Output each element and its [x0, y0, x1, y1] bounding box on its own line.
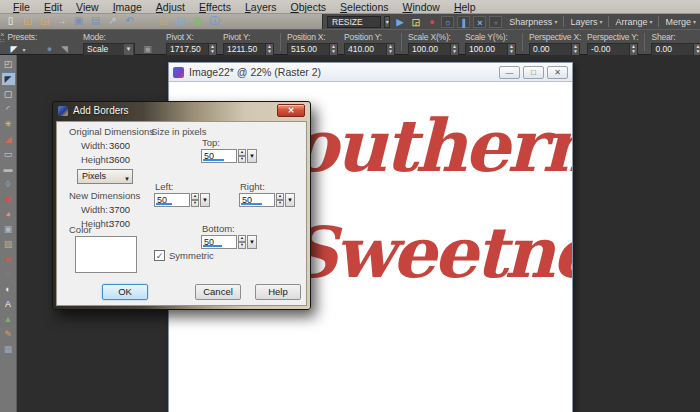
browse-folder-icon[interactable]: ◲	[38, 15, 51, 27]
top-spin-down-icon[interactable]: ▼	[238, 156, 246, 163]
top-spin-up-icon[interactable]: ▲	[238, 149, 246, 156]
photo-enhance-icon[interactable]: ▩	[191, 15, 204, 27]
units-caret-icon[interactable]: ▼	[124, 173, 130, 186]
right-slider-dropdown-icon[interactable]: ▼	[285, 193, 295, 207]
mesh-warp-tool[interactable]: ▦	[1, 342, 16, 356]
info-icon[interactable]: ⓘ	[208, 15, 221, 27]
left-slider-dropdown-icon[interactable]: ▼	[200, 193, 210, 207]
freehand-selection-tool[interactable]: ◜	[1, 102, 16, 116]
left-spin-up-icon[interactable]: ▲	[191, 193, 199, 200]
open-folder-icon[interactable]: ◱	[21, 15, 34, 27]
option-field-perspective-y-: Perspective Y:-0.00▲▼	[584, 30, 641, 54]
dialog-close-button[interactable]: ✕	[277, 104, 305, 117]
cancel-button[interactable]: Cancel	[195, 284, 241, 300]
menu-item-selections[interactable]: Selections	[333, 1, 395, 13]
top-slider-dropdown-icon[interactable]: ▼	[247, 149, 257, 163]
cancel-record-button[interactable]: ×	[473, 16, 486, 28]
selection-tool[interactable]: ▢	[1, 87, 16, 101]
left-spin-down-icon[interactable]: ▼	[191, 200, 199, 207]
top-label: Top:	[202, 137, 220, 148]
makeover-tool[interactable]: ◕	[1, 207, 16, 221]
pen-tool[interactable]: ✎	[1, 327, 16, 341]
bottom-spin-down-icon[interactable]: ▼	[238, 242, 246, 249]
menu-item-window[interactable]: Window	[396, 1, 447, 13]
clone-brush-tool[interactable]: ▣	[1, 222, 16, 236]
bottom-slider-dropdown-icon[interactable]: ▼	[247, 235, 257, 249]
right-spin-up-icon[interactable]: ▲	[276, 193, 284, 200]
add-borders-dialog[interactable]: Add Borders ✕ Original Dimensions Width:…	[52, 101, 311, 310]
photo-fix-icon[interactable]: ▨	[174, 15, 187, 27]
import-arrow-icon[interactable]: →	[55, 15, 68, 27]
run-script-icon[interactable]: ▶	[393, 16, 406, 28]
dialog-title-bar[interactable]: Add Borders ✕	[53, 102, 310, 119]
save-icon[interactable]: ▣	[72, 15, 85, 27]
right-spin-down-icon[interactable]: ▼	[276, 200, 284, 207]
symmetric-checkbox[interactable]: ✓	[154, 250, 165, 261]
save-as-icon[interactable]: ▤	[89, 15, 102, 27]
toolbar-menu-arrange[interactable]: Arrange▾	[611, 17, 656, 27]
border-color-swatch[interactable]	[75, 236, 137, 273]
menu-item-adjust[interactable]: Adjust	[149, 1, 192, 13]
paste-icon[interactable]: ▧	[157, 15, 170, 27]
menu-item-file[interactable]: File	[6, 1, 37, 13]
right-size-field[interactable]: 50 ▲ ▼ ▼	[239, 193, 295, 207]
menu-item-layers[interactable]: Layers	[238, 1, 284, 13]
presets-caret-icon[interactable]: ▾	[22, 46, 25, 53]
red-eye-tool[interactable]: ◉	[1, 192, 16, 206]
straighten-tool[interactable]: ▬	[1, 162, 16, 176]
preset-shape-tool[interactable]: ▲	[1, 312, 16, 326]
minimize-button[interactable]: —	[499, 66, 520, 79]
document-title-bar[interactable]: Image22* @ 22% (Raster 2) — □ ✕	[169, 63, 572, 82]
pause-button[interactable]: ∥	[457, 16, 470, 28]
export-icon[interactable]: ↗	[106, 15, 119, 27]
undo-icon[interactable]: ↶	[123, 15, 136, 27]
left-size-field[interactable]: 50 ▲ ▼ ▼	[154, 193, 210, 207]
scratch-remover-tool[interactable]: ▨	[1, 237, 16, 251]
orig-height-label: Height:	[81, 154, 111, 165]
new-file-icon[interactable]: ▯	[4, 15, 17, 27]
toolbar-menu-merge[interactable]: Merge▾	[661, 17, 700, 27]
menu-item-image[interactable]: Image	[106, 1, 149, 13]
link-icon-group: ▣	[138, 30, 157, 54]
menu-item-objects[interactable]: Objects	[283, 1, 333, 13]
menu-item-edit[interactable]: Edit	[37, 1, 69, 13]
help-button[interactable]: Help	[255, 284, 301, 300]
menu-item-help[interactable]: Help	[447, 1, 483, 13]
menu-item-view[interactable]: View	[69, 1, 106, 13]
ok-button[interactable]: OK	[102, 284, 148, 300]
perspective-correction-tool[interactable]: ◊	[1, 177, 16, 191]
bottom-spin-up-icon[interactable]: ▲	[238, 235, 246, 242]
mode-label: Mode:	[83, 32, 135, 42]
text-tool[interactable]: A	[1, 297, 16, 311]
right-label: Right:	[240, 181, 265, 192]
toolbar-menu-layers[interactable]: Layers▾	[566, 17, 606, 27]
mode-caret-icon[interactable]: ▼	[124, 44, 133, 55]
script-select-dropdown[interactable]: RESIZE FOR WEB	[327, 16, 381, 28]
bottom-label: Bottom:	[202, 223, 235, 234]
maximize-button[interactable]: □	[523, 66, 544, 79]
redo-icon[interactable]: ↷	[140, 15, 153, 27]
airbrush-tool[interactable]: ◌	[1, 267, 16, 281]
eyedropper-tool[interactable]: ◢	[1, 132, 16, 146]
top-slider-bar	[203, 159, 224, 161]
symmetric-label: Symmetric	[169, 250, 214, 261]
pick-tool[interactable]: ◤	[1, 72, 16, 86]
edit-script-icon[interactable]: ◲	[409, 16, 422, 28]
lighten-darken-tool[interactable]: ◐	[1, 282, 16, 296]
bottom-size-field[interactable]: 50 ▲ ▼ ▼	[201, 235, 257, 249]
toolbar-menu-sharpness[interactable]: Sharpness▾	[505, 17, 561, 27]
close-button[interactable]: ✕	[547, 66, 568, 79]
crop-tool[interactable]: ▭	[1, 147, 16, 161]
top-size-field[interactable]: 50 ▲ ▼ ▼	[201, 149, 257, 163]
paint-brush-tool[interactable]: ▰	[1, 252, 16, 266]
save-record-button[interactable]: ▫	[489, 16, 502, 28]
dialog-body: Original Dimensions Width: 3600 Height: …	[56, 121, 307, 306]
stop-script-icon[interactable]: ●	[425, 16, 438, 28]
script-dropdown-arrow-icon[interactable]: ▾	[384, 16, 390, 28]
right-slider-bar	[241, 203, 262, 205]
record-button[interactable]: ○	[441, 16, 454, 28]
magic-wand-tool[interactable]: ✳	[1, 117, 16, 131]
menu-item-effects[interactable]: Effects	[192, 1, 238, 13]
units-dropdown[interactable]: Pixels ▼	[77, 169, 133, 184]
pan-tool[interactable]: ◰	[1, 57, 16, 71]
